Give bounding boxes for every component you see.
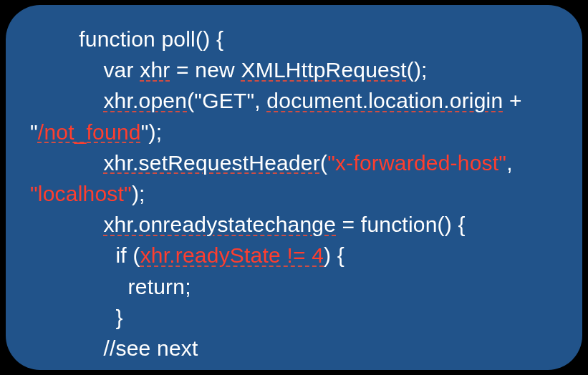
code-text-underlined: xhr bbox=[140, 58, 170, 82]
code-text: } bbox=[116, 306, 123, 329]
code-text: //see next bbox=[103, 336, 198, 360]
indent bbox=[30, 151, 103, 175]
indent bbox=[30, 213, 103, 236]
code-text-underlined: XMLHttpRequest bbox=[241, 58, 406, 82]
code-line-6: if (xhr.readyState != 4) { bbox=[30, 240, 558, 271]
code-text-underlined: xhr.open bbox=[103, 89, 187, 112]
code-text: = function() { bbox=[336, 213, 466, 236]
indent bbox=[30, 58, 103, 82]
code-text: ( bbox=[320, 151, 327, 175]
code-text: ) { bbox=[324, 243, 344, 267]
code-text: if ( bbox=[116, 243, 140, 267]
code-text-red: "x-forwarded-host" bbox=[327, 151, 506, 175]
indent bbox=[30, 275, 128, 298]
code-line-5: xhr.onreadystatechange = function() { bbox=[30, 209, 558, 240]
code-line-4: xhr.setRequestHeader("x-forwarded-host",… bbox=[30, 147, 558, 209]
code-line-8: } bbox=[30, 302, 558, 333]
code-text: ("GET", bbox=[187, 89, 266, 112]
code-text: function poll() { bbox=[79, 27, 223, 51]
code-panel: function poll() { var xhr = new XMLHttpR… bbox=[6, 5, 582, 370]
code-line-7: return; bbox=[30, 271, 558, 302]
code-text-red: /not_found bbox=[38, 120, 141, 144]
code-text-red: "localhost" bbox=[30, 182, 132, 205]
code-text-underlined: document.location.origin bbox=[266, 89, 503, 112]
indent bbox=[30, 336, 103, 360]
code-line-1: function poll() { bbox=[30, 24, 558, 54]
code-text: , bbox=[506, 151, 519, 175]
code-line-9: //see next bbox=[30, 333, 558, 364]
code-text: var bbox=[103, 58, 140, 82]
indent bbox=[30, 306, 116, 329]
code-text-underlined: xhr.onreadystatechange bbox=[103, 213, 336, 236]
code-text: (); bbox=[407, 58, 428, 82]
code-text: "); bbox=[141, 120, 163, 144]
code-line-2: var xhr = new XMLHttpRequest(); bbox=[30, 54, 558, 85]
code-text: return; bbox=[128, 275, 191, 298]
code-text-underlined: xhr.setRequestHeader bbox=[103, 151, 320, 175]
code-text: = new bbox=[170, 58, 241, 82]
code-text-red: xhr.readyState != 4 bbox=[140, 243, 324, 267]
code-text: ); bbox=[132, 182, 145, 205]
indent bbox=[30, 243, 116, 267]
code-line-3: xhr.open("GET", document.location.origin… bbox=[30, 85, 558, 147]
indent bbox=[30, 27, 79, 51]
indent bbox=[30, 89, 103, 112]
